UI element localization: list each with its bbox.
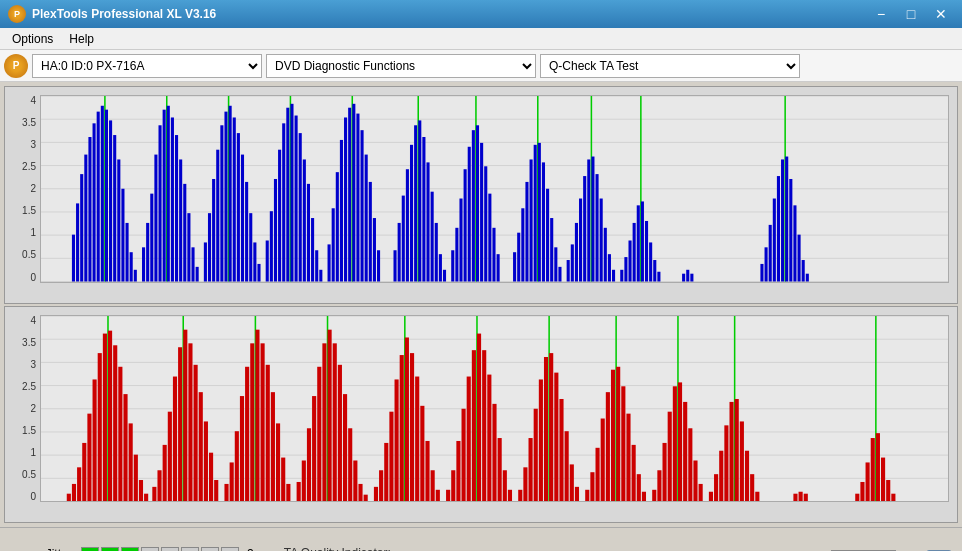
svg-rect-93 — [422, 137, 425, 281]
svg-rect-71 — [328, 244, 331, 281]
jitter-bar-1 — [81, 547, 99, 552]
svg-rect-11 — [80, 174, 83, 281]
svg-rect-235 — [307, 428, 311, 501]
svg-rect-22 — [121, 189, 124, 282]
svg-rect-30 — [158, 125, 161, 281]
svg-rect-322 — [750, 474, 754, 501]
svg-rect-256 — [410, 353, 414, 501]
app-icon: P — [8, 5, 26, 23]
svg-rect-305 — [668, 411, 672, 501]
y-label-1-top: 1 — [30, 227, 36, 238]
y-label-2-bot: 2 — [30, 403, 36, 414]
svg-rect-274 — [503, 470, 507, 501]
drive-select[interactable]: HA:0 ID:0 PX-716A — [32, 54, 262, 78]
svg-rect-304 — [663, 442, 667, 501]
svg-rect-319 — [735, 398, 739, 501]
svg-rect-132 — [591, 157, 594, 282]
svg-rect-59 — [278, 150, 281, 282]
svg-rect-249 — [379, 470, 383, 501]
svg-rect-263 — [451, 470, 455, 501]
svg-rect-146 — [649, 242, 652, 281]
y-label-4-bot: 4 — [30, 315, 36, 326]
svg-rect-292 — [601, 418, 605, 501]
svg-rect-10 — [76, 203, 79, 281]
svg-rect-63 — [290, 104, 293, 282]
svg-rect-253 — [400, 355, 404, 501]
svg-rect-64 — [295, 116, 298, 282]
svg-rect-103 — [468, 147, 471, 282]
svg-rect-213 — [188, 343, 192, 501]
function-select[interactable]: DVD Diagnostic Functions — [266, 54, 536, 78]
svg-rect-26 — [142, 247, 145, 281]
svg-rect-61 — [286, 108, 289, 282]
svg-rect-155 — [773, 199, 776, 282]
close-button[interactable]: ✕ — [928, 4, 954, 24]
svg-rect-223 — [245, 366, 249, 501]
svg-rect-245 — [353, 460, 357, 501]
svg-rect-237 — [317, 366, 321, 501]
svg-rect-206 — [157, 470, 161, 501]
svg-rect-69 — [315, 250, 318, 281]
bottom-chart-y-axis: 4 3.5 3 2.5 2 1.5 1 0.5 0 — [7, 315, 39, 503]
svg-rect-200 — [123, 394, 127, 501]
svg-rect-251 — [389, 411, 393, 501]
svg-rect-161 — [793, 205, 796, 281]
svg-rect-188 — [67, 493, 71, 501]
svg-rect-192 — [87, 413, 91, 501]
main-content: 4 3.5 3 2.5 2 1.5 1 0.5 0 — [0, 82, 962, 527]
svg-rect-97 — [439, 254, 442, 281]
svg-rect-115 — [525, 182, 528, 282]
svg-rect-269 — [477, 333, 481, 501]
svg-rect-266 — [467, 376, 471, 501]
minimize-button[interactable]: − — [868, 4, 894, 24]
svg-rect-217 — [209, 452, 213, 501]
svg-rect-210 — [178, 347, 182, 501]
menu-help[interactable]: Help — [61, 30, 102, 48]
svg-rect-246 — [358, 483, 362, 501]
y-label-35-bot: 3.5 — [22, 337, 36, 348]
title-bar-controls[interactable]: − □ ✕ — [868, 4, 954, 24]
svg-rect-294 — [611, 369, 615, 501]
svg-rect-160 — [789, 179, 792, 282]
y-label-15-bot: 1.5 — [22, 425, 36, 436]
svg-rect-153 — [765, 247, 768, 281]
svg-rect-25 — [134, 270, 137, 282]
svg-rect-148 — [657, 272, 660, 282]
menu-options[interactable]: Options — [4, 30, 61, 48]
bottom-chart-inner: 2 3 4 5 6 7 8 9 10 11 12 13 14 15 — [40, 315, 949, 503]
svg-rect-123 — [554, 247, 557, 281]
svg-rect-152 — [760, 264, 763, 282]
svg-rect-127 — [575, 223, 578, 282]
svg-rect-221 — [235, 431, 239, 501]
svg-rect-42 — [208, 213, 211, 281]
jitter-bar-3 — [121, 547, 139, 552]
maximize-button[interactable]: □ — [898, 4, 924, 24]
bottom-panel: Jitter: 2 Peak Shift: — [0, 527, 962, 551]
svg-rect-49 — [233, 117, 236, 281]
svg-rect-201 — [129, 423, 133, 501]
svg-rect-228 — [266, 364, 270, 501]
svg-rect-94 — [426, 162, 429, 281]
svg-rect-109 — [488, 194, 491, 282]
test-select[interactable]: Q-Check TA Test — [540, 54, 800, 78]
svg-rect-297 — [621, 386, 625, 501]
svg-rect-328 — [860, 481, 864, 501]
svg-rect-41 — [204, 242, 207, 281]
svg-rect-79 — [356, 114, 359, 282]
svg-rect-314 — [714, 474, 718, 501]
svg-rect-80 — [361, 130, 364, 281]
svg-rect-190 — [77, 467, 81, 501]
svg-rect-128 — [579, 199, 582, 282]
jitter-bar — [81, 547, 239, 552]
svg-rect-106 — [476, 125, 479, 281]
svg-rect-73 — [336, 172, 339, 281]
svg-rect-334 — [886, 480, 890, 501]
svg-rect-320 — [740, 421, 744, 501]
svg-rect-293 — [606, 392, 610, 501]
svg-rect-286 — [565, 431, 569, 501]
top-chart-container: 4 3.5 3 2.5 2 1.5 1 0.5 0 — [4, 86, 958, 304]
svg-rect-279 — [534, 408, 538, 501]
svg-rect-102 — [464, 169, 467, 281]
svg-rect-156 — [777, 176, 780, 281]
svg-rect-259 — [425, 440, 429, 501]
